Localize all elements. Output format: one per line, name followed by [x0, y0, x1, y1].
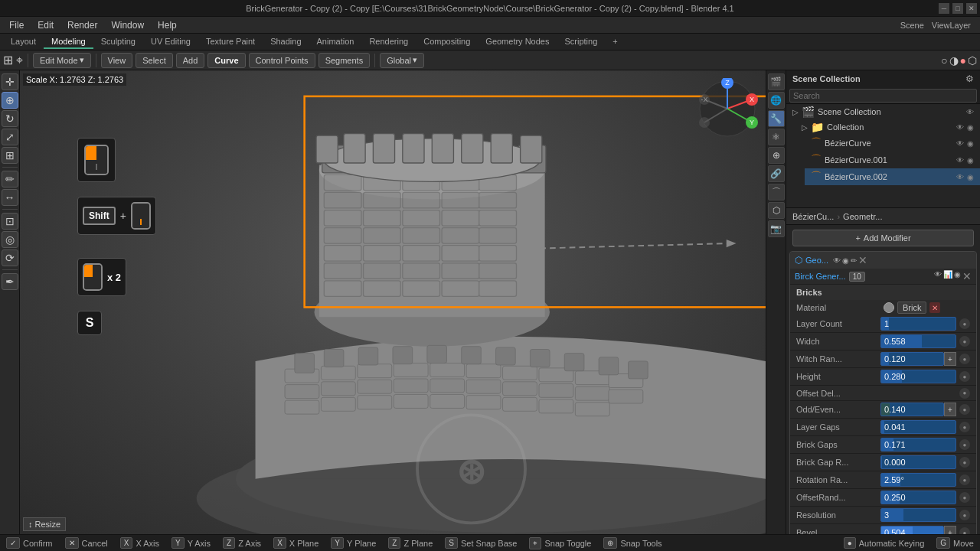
toolbar-add-btn[interactable]: Add: [176, 53, 205, 68]
outliner-search-input[interactable]: [789, 89, 977, 103]
width-random-dot[interactable]: ●: [959, 354, 970, 364]
material-name-badge[interactable]: Brick: [897, 302, 926, 314]
modifier-render-icon[interactable]: ◉: [842, 256, 849, 265]
z-plane-key[interactable]: Z: [388, 537, 400, 549]
material-remove-btn[interactable]: ✕: [929, 302, 940, 313]
edit-mode-dropdown[interactable]: Edit Mode ▾: [33, 53, 91, 68]
tab-layout[interactable]: Layout: [3, 35, 44, 49]
auto-key[interactable]: ●: [844, 537, 856, 549]
outliner-item-scene-collection[interactable]: ▷ 🎬 Scene Collection 👁: [786, 104, 980, 119]
width-random-append[interactable]: +: [944, 352, 956, 366]
offset-delta-dot[interactable]: ●: [959, 388, 970, 399]
layer-count-slider[interactable]: 1: [880, 317, 956, 331]
tab-modeling[interactable]: Modeling: [44, 35, 93, 49]
outliner-filter-icon[interactable]: ⚙: [965, 73, 974, 84]
odd-even-dot[interactable]: ●: [959, 404, 970, 415]
modifier-edit-icon[interactable]: ✏: [851, 256, 857, 265]
brick-gap-r-dot[interactable]: ●: [959, 457, 970, 468]
icon-scene[interactable]: 🎬: [768, 73, 785, 90]
mod-sub-icon3[interactable]: ◉: [954, 270, 961, 282]
cancel-key[interactable]: ✕: [65, 537, 79, 549]
tab-animation[interactable]: Animation: [309, 35, 362, 49]
menu-file[interactable]: File: [3, 18, 30, 32]
menu-window[interactable]: Window: [105, 18, 150, 32]
tool-scale[interactable]: ⤢: [2, 129, 18, 145]
tool-extrude[interactable]: ⊡: [2, 213, 18, 230]
tab-shading[interactable]: Shading: [263, 35, 309, 49]
confirm-key[interactable]: ✓: [6, 537, 20, 549]
layer-gaps-dot[interactable]: ●: [959, 422, 970, 432]
outliner-item-bezier-2[interactable]: ⌒ BézierCurve.002 👁 ◉: [805, 168, 980, 185]
bezier-0-vis[interactable]: 👁: [956, 139, 964, 148]
tool-draw[interactable]: ✒: [2, 273, 18, 290]
toolbar-select-btn[interactable]: Select: [136, 53, 173, 68]
menu-render[interactable]: Render: [61, 18, 103, 32]
resize-button[interactable]: ↕ Resize: [23, 517, 66, 531]
offset-rand-slider[interactable]: 0.250: [880, 491, 956, 504]
outliner-item-collection[interactable]: ▷ 📁 Collection 👁 ◉: [795, 119, 980, 135]
outliner-item-bezier-0[interactable]: ⌒ BézierCurve 👁 ◉: [805, 135, 980, 152]
icon-modifier[interactable]: 🔧: [768, 110, 785, 127]
y-axis-key[interactable]: Y: [172, 537, 185, 549]
modifier-close-icon[interactable]: ✕: [858, 254, 867, 266]
bezier-1-render[interactable]: ◉: [967, 156, 974, 165]
resolution-dot[interactable]: ●: [959, 510, 970, 520]
icon-render[interactable]: 📷: [768, 220, 785, 237]
tool-measure[interactable]: ↔: [2, 189, 18, 206]
tab-geometry-nodes[interactable]: Geometry Nodes: [478, 35, 557, 49]
icon-particle[interactable]: ⚛: [768, 129, 785, 145]
minimize-btn[interactable]: ─: [939, 3, 949, 14]
brick-gap-r-slider[interactable]: 0.000: [880, 455, 956, 469]
brick-gaps-slider[interactable]: 0.171: [880, 438, 956, 452]
width-dot[interactable]: ●: [959, 336, 970, 347]
shading-icon-4[interactable]: ⬡: [968, 54, 977, 67]
x-plane-key[interactable]: X: [273, 537, 286, 549]
z-axis-key[interactable]: Z: [223, 537, 235, 549]
odd-even-append[interactable]: +: [944, 403, 956, 416]
toolbar-segments-btn[interactable]: Segments: [318, 53, 371, 68]
add-modifier-button[interactable]: + Add Modifier: [792, 230, 974, 246]
close-btn[interactable]: ✕: [966, 3, 977, 14]
tool-tilt[interactable]: ⟳: [2, 249, 18, 266]
shading-icon-3[interactable]: ●: [960, 54, 966, 67]
layer-gaps-slider[interactable]: 0.041: [880, 420, 956, 434]
width-slider[interactable]: 0.558: [880, 334, 956, 348]
collection-visibility[interactable]: 👁: [956, 123, 964, 132]
mod-sub-icon1[interactable]: 👁: [934, 270, 942, 282]
tool-rotate[interactable]: ↻: [2, 110, 18, 127]
rotation-ra-dot[interactable]: ●: [959, 474, 970, 485]
maximize-btn[interactable]: □: [952, 3, 963, 14]
outliner-visibility-icon[interactable]: 👁: [966, 108, 974, 116]
outliner-item-bezier-1[interactable]: ⌒ BézierCurve.001 👁 ◉: [805, 152, 980, 168]
bevel-dot[interactable]: ●: [959, 527, 970, 534]
rotation-ra-slider[interactable]: 2.59°: [880, 473, 956, 487]
navigation-gizmo[interactable]: X -X Z Y: [697, 78, 758, 139]
bezier-0-render[interactable]: ◉: [967, 139, 974, 148]
transform-global-dropdown[interactable]: Global ▾: [380, 53, 424, 68]
offset-rand-dot[interactable]: ●: [959, 492, 970, 503]
brick-gaps-dot[interactable]: ●: [959, 439, 970, 450]
tab-compositing[interactable]: Compositing: [416, 35, 478, 49]
height-slider[interactable]: 0.280: [880, 370, 956, 383]
window-controls[interactable]: ─ □ ✕: [939, 3, 977, 14]
bezier-2-render[interactable]: ◉: [967, 173, 974, 181]
icon-data[interactable]: ⌒: [768, 184, 785, 201]
resolution-slider[interactable]: 3: [880, 508, 956, 522]
icon-world[interactable]: 🌐: [768, 92, 785, 109]
outliner-search-bar[interactable]: [786, 87, 980, 104]
tool-cursor[interactable]: ✛: [2, 73, 18, 90]
icon-material[interactable]: ⬡: [768, 202, 785, 219]
modifier-header[interactable]: ⬡ Geo... 👁 ◉ ✏ ✕: [790, 252, 976, 269]
icon-constraint[interactable]: 🔗: [768, 165, 785, 182]
tab-sculpting[interactable]: Sculpting: [93, 35, 143, 49]
layer-count-dot[interactable]: ●: [959, 318, 970, 329]
move-key[interactable]: G: [936, 537, 950, 549]
viewport[interactable]: ⊛ RRCG.cn Scale X: 1.2763 Z: 1.2763 Shif…: [20, 70, 766, 534]
mod-sub-close[interactable]: ✕: [962, 270, 972, 282]
bevel-slider[interactable]: 0.504: [880, 526, 944, 534]
snap-tools-key[interactable]: ⊕: [603, 537, 617, 549]
tool-radius[interactable]: ◎: [2, 231, 18, 248]
shading-icon-1[interactable]: ○: [941, 54, 947, 67]
y-plane-key[interactable]: Y: [331, 537, 344, 549]
bevel-append[interactable]: +: [944, 526, 956, 534]
